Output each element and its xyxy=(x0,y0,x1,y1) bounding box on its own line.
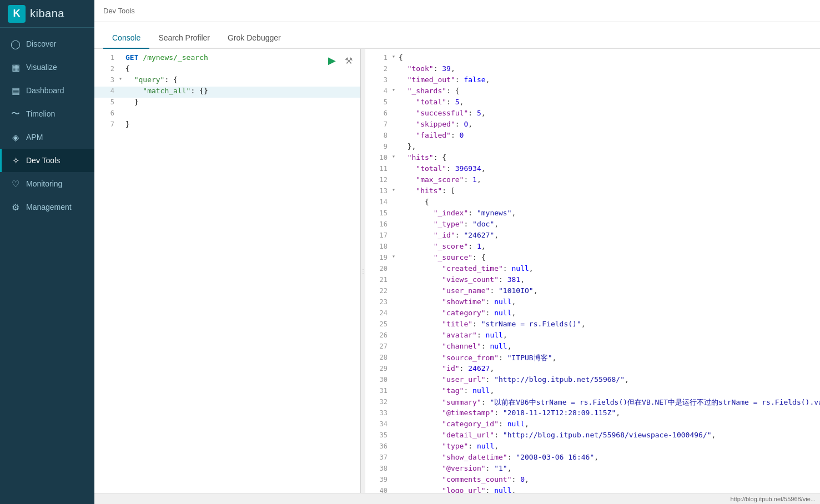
timelion-icon: 〜 xyxy=(11,109,21,119)
query-panel: ▶ ⚒ 1 GET /mynews/_search 2 { 3 xyxy=(94,49,361,493)
response-line: 5 "total": 5, xyxy=(365,98,820,109)
sidebar-item-timelion[interactable]: 〜 Timelion xyxy=(0,102,94,125)
response-line: 36 "type": null, xyxy=(365,442,820,453)
response-line: 30 "user_url": "http://blog.itpub.net/55… xyxy=(365,375,820,386)
sidebar-nav: ◯ Discover ▦ Visualize ▤ Dashboard 〜 Tim… xyxy=(0,28,94,504)
response-line: 38 "@version": "1", xyxy=(365,464,820,475)
monitoring-icon: ♡ xyxy=(11,179,21,189)
response-line: 12 "max_score": 1, xyxy=(365,175,820,187)
devtools-icon: ✧ xyxy=(11,155,21,165)
response-line: 25 "title": "strName = rs.Fields()", xyxy=(365,320,820,331)
editor-line: 7 } xyxy=(94,120,360,131)
response-line: 10 ▾ "hits": { xyxy=(365,153,820,164)
query-editor[interactable]: 1 GET /mynews/_search 2 { 3 ▾ "query": { xyxy=(94,49,360,493)
sidebar-item-visualize-label: Visualize xyxy=(26,63,57,72)
response-line: 16 "_type": "doc", xyxy=(365,220,820,231)
visualize-icon: ▦ xyxy=(11,62,21,72)
response-line: 28 "source_from": "ITPUB博客", xyxy=(365,353,820,364)
sidebar-item-visualize[interactable]: ▦ Visualize xyxy=(0,56,94,79)
response-line: 9 }, xyxy=(365,142,820,153)
response-line: 37 "show_datetime": "2008-03-06 16:46", xyxy=(365,453,820,464)
sidebar-item-discover-label: Discover xyxy=(26,39,56,48)
editor-line: 5 } xyxy=(94,98,360,109)
app-name: kibana xyxy=(30,7,64,20)
sidebar-item-timelion-label: Timelion xyxy=(26,109,55,118)
response-line: 21 "views_count": 381, xyxy=(365,275,820,286)
management-icon: ⚙ xyxy=(11,202,21,212)
response-line: 26 "avatar": null, xyxy=(365,331,820,342)
resize-handle[interactable]: ⋮ xyxy=(361,49,365,493)
app-logo[interactable]: K kibana xyxy=(0,0,94,28)
page-title: Dev Tools xyxy=(103,7,135,15)
sidebar-item-monitoring-label: Monitoring xyxy=(26,179,62,188)
status-url: http://blog.itpub.net/55968/vie... xyxy=(730,496,816,502)
response-line: 11 "total": 396934, xyxy=(365,164,820,175)
sidebar-item-management[interactable]: ⚙ Management xyxy=(0,195,94,219)
response-line: 32 "summary": "以前在VB6中strName = rs.Field… xyxy=(365,397,820,409)
response-line: 40 "logo_url": null, xyxy=(365,486,820,493)
response-line: 29 "id": 24627, xyxy=(365,364,820,375)
editor-line: 2 { xyxy=(94,64,360,75)
editor-line: 1 GET /mynews/_search xyxy=(94,53,360,64)
response-line: 39 "comments_count": 0, xyxy=(365,475,820,486)
sidebar-item-dashboard-label: Dashboard xyxy=(26,86,64,95)
editor-toolbar: ▶ ⚒ xyxy=(325,53,356,68)
discover-icon: ◯ xyxy=(11,39,21,49)
tab-grok-debugger[interactable]: Grok Debugger xyxy=(219,27,290,49)
sidebar-item-devtools[interactable]: ✧ Dev Tools xyxy=(0,149,94,172)
settings-button[interactable]: ⚒ xyxy=(341,53,356,68)
response-panel[interactable]: 1 ▾ { 2 "took": 39, 3 "timed_out": false… xyxy=(365,49,820,493)
sidebar-item-apm-label: APM xyxy=(26,133,43,142)
editor-line: 6 xyxy=(94,109,360,120)
response-line: 3 "timed_out": false, xyxy=(365,75,820,87)
response-line: 27 "channel": null, xyxy=(365,342,820,353)
sidebar-item-dashboard[interactable]: ▤ Dashboard xyxy=(0,79,94,102)
response-line: 31 "tag": null, xyxy=(365,386,820,397)
response-line: 23 "showtime": null, xyxy=(365,298,820,309)
sidebar: K kibana ◯ Discover ▦ Visualize ▤ Dashbo… xyxy=(0,0,94,504)
editor-line: 4 "match_all": {} xyxy=(94,87,360,98)
dashboard-icon: ▤ xyxy=(11,85,21,95)
tabs-bar: Console Search Profiler Grok Debugger xyxy=(94,22,820,49)
response-line: 7 "skipped": 0, xyxy=(365,120,820,131)
response-line: 20 "created_time": null, xyxy=(365,264,820,275)
kibana-logo-icon: K xyxy=(8,5,26,23)
top-bar: Dev Tools xyxy=(94,0,820,22)
sidebar-item-discover[interactable]: ◯ Discover xyxy=(0,32,94,56)
tab-search-profiler[interactable]: Search Profiler xyxy=(149,27,219,49)
sidebar-item-devtools-label: Dev Tools xyxy=(26,156,60,165)
response-line: 33 "@timestamp": "2018-11-12T12:28:09.11… xyxy=(365,409,820,420)
response-line: 35 "detail_url": "http://blog.itpub.net/… xyxy=(365,431,820,442)
response-line: 8 "failed": 0 xyxy=(365,131,820,142)
response-line: 14 { xyxy=(365,198,820,209)
sidebar-item-monitoring[interactable]: ♡ Monitoring xyxy=(0,172,94,195)
tab-console[interactable]: Console xyxy=(103,27,149,49)
editor-area: ▶ ⚒ 1 GET /mynews/_search 2 { 3 xyxy=(94,49,820,493)
editor-line: 3 ▾ "query": { xyxy=(94,75,360,87)
response-line: 22 "user_name": "1010IO", xyxy=(365,286,820,298)
response-line: 1 ▾ { xyxy=(365,53,820,64)
response-line: 18 "_score": 1, xyxy=(365,242,820,253)
sidebar-item-apm[interactable]: ◈ APM xyxy=(0,125,94,149)
response-line: 24 "category": null, xyxy=(365,309,820,320)
run-button[interactable]: ▶ xyxy=(325,53,339,68)
status-bar: http://blog.itpub.net/55968/vie... xyxy=(94,493,820,504)
response-line: 4 ▾ "_shards": { xyxy=(365,87,820,98)
response-line: 2 "took": 39, xyxy=(365,64,820,75)
response-line: 6 "successful": 5, xyxy=(365,109,820,120)
response-line: 13 ▾ "hits": [ xyxy=(365,187,820,198)
sidebar-item-management-label: Management xyxy=(26,203,72,211)
main-content: Dev Tools Console Search Profiler Grok D… xyxy=(94,0,820,504)
response-line: 34 "category_id": null, xyxy=(365,420,820,431)
response-line: 17 "_id": "24627", xyxy=(365,231,820,242)
response-line: 15 "_index": "mynews", xyxy=(365,209,820,220)
response-line: 19 ▾ "_source": { xyxy=(365,253,820,264)
apm-icon: ◈ xyxy=(11,132,21,142)
